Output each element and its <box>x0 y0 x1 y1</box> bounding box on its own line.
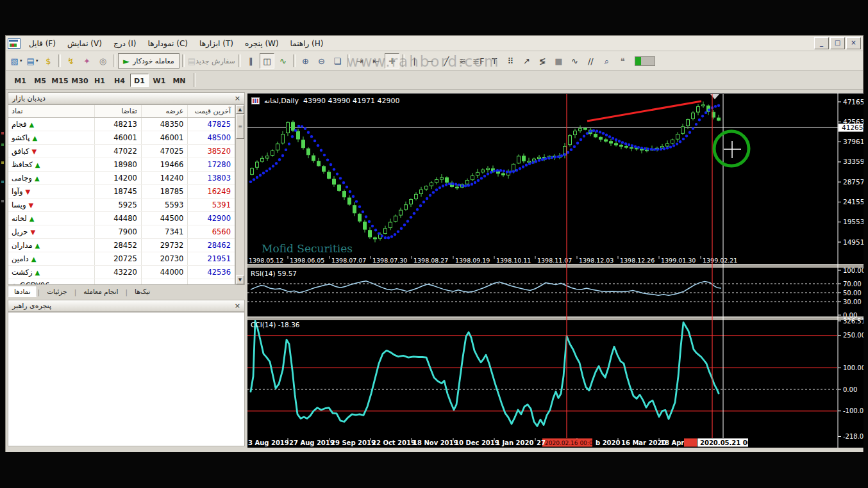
symbol-cell: پاکشو▲ <box>8 131 95 144</box>
last-price-cell: 48500 <box>188 131 235 144</box>
market-watch-scrollbar[interactable]: ▲ ≡ ▼ <box>235 104 245 285</box>
trendline-button[interactable]: ╱ <box>439 53 454 69</box>
last-price-cell: 28462 <box>188 239 235 252</box>
new-chart-button[interactable]: ▧▾ <box>9 53 24 69</box>
navigator-button[interactable]: ✦ <box>79 53 94 69</box>
trend-up-icon: ▲ <box>35 175 40 182</box>
scroll-down-icon[interactable]: ▼ <box>236 275 244 284</box>
menu-tools[interactable]: ابزارها (T) <box>194 38 239 49</box>
table-row[interactable]: دامین▲207252073021951 <box>8 252 235 266</box>
market-watch-button[interactable]: $ <box>41 53 56 69</box>
symbol-circle-icon: ○ <box>12 282 17 286</box>
market-watch-close-icon[interactable]: × <box>235 95 240 102</box>
tile-windows-button[interactable]: ❏ <box>330 53 345 69</box>
table-row[interactable]: وجامی▲142001424013803 <box>8 172 235 185</box>
date-tick-fa: 1398.07.30 <box>372 257 407 264</box>
timeframe-h4[interactable]: H4 <box>110 74 129 87</box>
tab-symbols[interactable]: نمادها <box>8 286 37 297</box>
timeframe-m1[interactable]: M1 <box>11 74 29 87</box>
zoom-out-button[interactable]: ⊖ <box>314 53 329 69</box>
timeframe-h1[interactable]: H1 <box>90 74 109 87</box>
new-order-icon: ▤ <box>188 57 196 65</box>
fibonacci-button[interactable]: ≡F <box>471 53 486 69</box>
tab-details[interactable]: جزئیات <box>40 286 73 297</box>
column-header-0[interactable]: نماد <box>8 105 95 117</box>
timeframe-m30[interactable]: M30 <box>71 74 89 87</box>
tab-trade[interactable]: انجام معامله <box>77 286 124 297</box>
timeframe-m5[interactable]: M5 <box>31 74 49 87</box>
menu-help[interactable]: راهنما (H) <box>285 38 330 49</box>
line-chart-button[interactable]: ∿ <box>276 53 290 69</box>
timeframe-mn[interactable]: MN <box>170 74 188 87</box>
data-window-button[interactable]: ↯ <box>63 53 78 69</box>
menu-window[interactable]: پنجره (W) <box>239 38 285 49</box>
profiles-button[interactable]: ▤▾ <box>25 53 40 69</box>
bid-cell: 7900 <box>95 225 142 238</box>
app-window: فایل (F)نمایش (V)درج (I)نمودارها (C)ابزا… <box>5 35 864 452</box>
column-header-1[interactable]: تقاضا <box>95 105 142 117</box>
table-row[interactable]: زکشت▲432204400042536 <box>8 266 235 279</box>
minimize-button[interactable]: _ <box>814 37 829 49</box>
table-row[interactable]: ○GCDY96 <box>8 279 235 285</box>
table-row[interactable]: لخانه▲444804450042900 <box>8 212 235 225</box>
table-row[interactable]: پاکشو▲460014600148500 <box>8 131 235 145</box>
menu-view[interactable]: نمایش (V) <box>62 38 108 49</box>
date-tick-fa: 1398.06.05 <box>290 257 324 264</box>
vertical-line-button[interactable]: | <box>407 53 422 69</box>
menu-file[interactable]: فایل (F) <box>23 38 62 49</box>
restore-button[interactable]: □ <box>830 37 845 49</box>
indicator-list-button[interactable]: ∿ <box>567 53 582 69</box>
crosshair-button[interactable]: ✛ <box>385 53 399 69</box>
scroll-up-icon[interactable]: ▲ <box>236 105 244 114</box>
menu-insert[interactable]: درج (I) <box>108 38 142 49</box>
fibo-expansion-button[interactable]: ↗ <box>519 53 534 69</box>
zoom-in-button[interactable]: ⊕ <box>298 53 313 69</box>
arrows-button[interactable]: ⠿ <box>503 53 518 69</box>
timeframe-m15[interactable]: M15 <box>51 74 69 87</box>
magnifier-button[interactable]: ⌕ <box>599 53 614 69</box>
symbol-name: کحافظ <box>12 160 33 169</box>
candlestick-chart-button[interactable]: ◫ <box>260 53 274 69</box>
table-row[interactable]: کبافق▼470224702538520 <box>8 145 235 158</box>
close-button[interactable]: × <box>846 37 861 49</box>
chart-shift-button[interactable]: ⇤ <box>369 53 383 69</box>
chat-button[interactable]: ❝ <box>615 53 630 69</box>
column-header-3[interactable]: آخرین قیمت <box>188 105 235 117</box>
equidistant-channel-button[interactable]: ≋ <box>455 53 470 69</box>
column-header-2[interactable]: عرضه <box>142 105 188 117</box>
chart-canvas[interactable]: 4716542563379613335928757241551955314951… <box>247 93 864 448</box>
scrollbar-thumb[interactable]: ≡ <box>236 115 244 139</box>
shapes-button[interactable]: ■ <box>551 53 566 69</box>
market-watch-column-headers: نمادتقاضاعرضهآخرین قیمت <box>8 105 235 118</box>
table-row[interactable]: وآوا▼187451878516249 <box>8 185 235 199</box>
ask-cell: 20730 <box>142 252 188 265</box>
symbol-name: وآوا <box>12 187 23 196</box>
timeframe-w1[interactable]: W1 <box>150 74 169 87</box>
ask-cell: 47025 <box>142 145 188 158</box>
terminal-button[interactable]: ◎ <box>96 53 110 69</box>
table-row[interactable]: حریل▼790073416560 <box>8 225 235 239</box>
toolbar-separator <box>58 54 61 67</box>
horizontal-line-button[interactable]: ─ <box>423 53 438 69</box>
table-row[interactable]: کحافظ▲189801946617280 <box>8 158 235 172</box>
navigator-body[interactable] <box>8 312 245 446</box>
cycle-lines-button[interactable]: // <box>583 53 598 69</box>
bar-chart-button[interactable]: ‖ <box>244 53 258 69</box>
pitchfork-button[interactable]: ≶ <box>535 53 550 69</box>
navigator-close-icon[interactable]: × <box>235 302 240 309</box>
timeframe-d1[interactable]: D1 <box>130 74 149 87</box>
timeframe-bar: M1M5M15M30H1H4D1W1MN <box>6 71 863 90</box>
auto-trading-button[interactable]: ►معامله خودکار <box>118 53 179 69</box>
trend-down-icon: ▼ <box>32 148 37 155</box>
fibo-expansion-icon: ↗ <box>523 57 530 65</box>
chart-window[interactable]: 4716542563379613335928757241551955314951… <box>247 93 864 448</box>
table-row[interactable]: فجام▲482134835047825 <box>8 118 235 131</box>
table-row[interactable]: ویسا▼592555935391 <box>8 199 235 212</box>
tab-ticks[interactable]: تیک‌ها <box>128 286 156 297</box>
magnifier-icon: ⌕ <box>605 57 609 65</box>
text-button[interactable]: T <box>487 53 502 69</box>
symbol-cell: ویسا▼ <box>8 199 95 211</box>
table-row[interactable]: مداران▲284522973228462 <box>8 239 235 252</box>
menu-charts[interactable]: نمودارها (C) <box>142 38 194 49</box>
auto-scroll-button[interactable]: ⇥ <box>353 53 367 69</box>
